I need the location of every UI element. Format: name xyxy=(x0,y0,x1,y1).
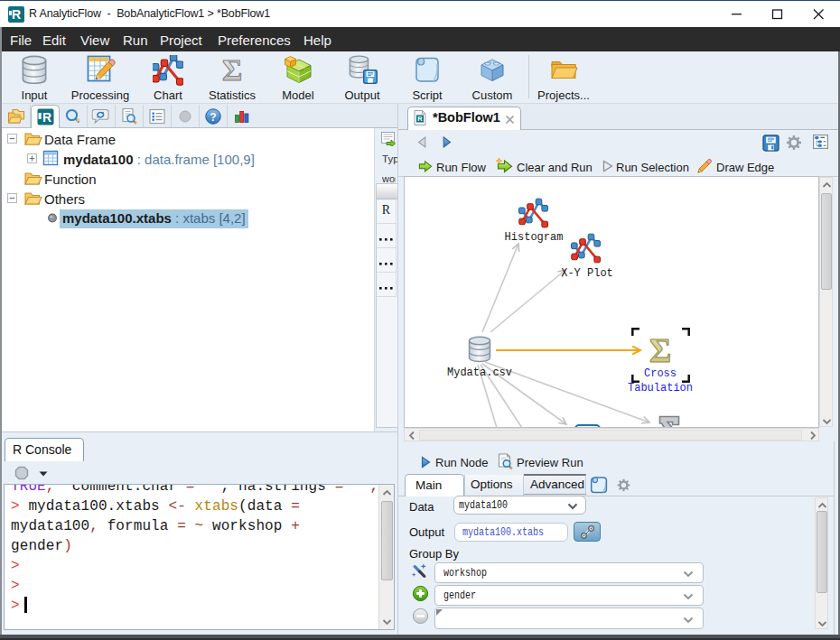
svg-text:?: ? xyxy=(210,110,216,123)
svg-text:Mydata.csv: Mydata.csv xyxy=(447,366,512,379)
svg-text:R: R xyxy=(42,110,51,125)
svg-text:R: R xyxy=(417,115,423,123)
svg-text:Histogram: Histogram xyxy=(505,231,564,244)
svg-text:Σ: Σ xyxy=(222,55,242,86)
svg-text:X-Y Plot: X-Y Plot xyxy=(561,267,613,280)
svg-text:Σ: Σ xyxy=(649,332,671,369)
svg-text:Cross: Cross xyxy=(644,367,677,380)
svg-text:Tabulation: Tabulation xyxy=(628,382,693,394)
